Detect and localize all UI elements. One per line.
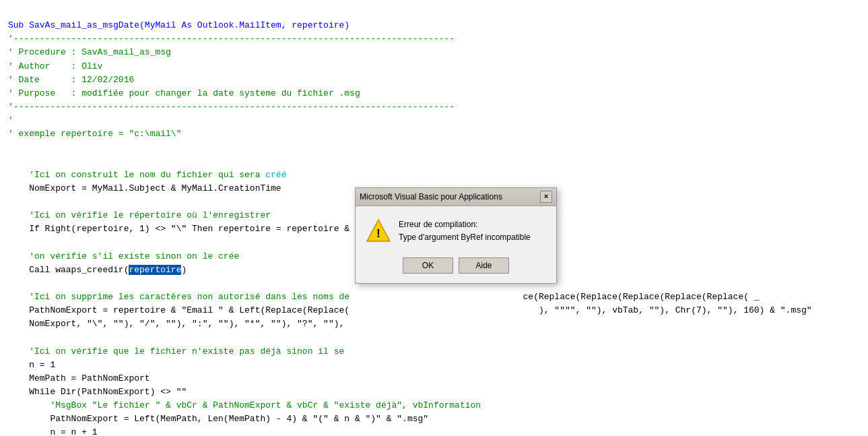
dialog-message: Erreur de compilation: Type d'argument B… [399,218,531,244]
dialog-title: Microsoft Visual Basic pour Applications [360,192,502,201]
dialog-titlebar: Microsoft Visual Basic pour Applications… [356,188,556,206]
error-dialog: Microsoft Visual Basic pour Applications… [355,187,557,284]
ok-button[interactable]: OK [403,257,453,274]
error-detail: Type d'argument ByRef incompatible [399,231,531,244]
help-button[interactable]: Aide [459,257,509,274]
modal-overlay: Microsoft Visual Basic pour Applications… [0,0,868,436]
dialog-buttons: OK Aide [356,252,556,283]
dialog-body: ! Erreur de compilation: Type d'argument… [356,206,556,252]
svg-text:!: ! [375,227,382,241]
error-label: Erreur de compilation: [399,218,531,231]
warning-icon: ! [366,218,391,243]
dialog-close-button[interactable]: × [540,191,552,203]
